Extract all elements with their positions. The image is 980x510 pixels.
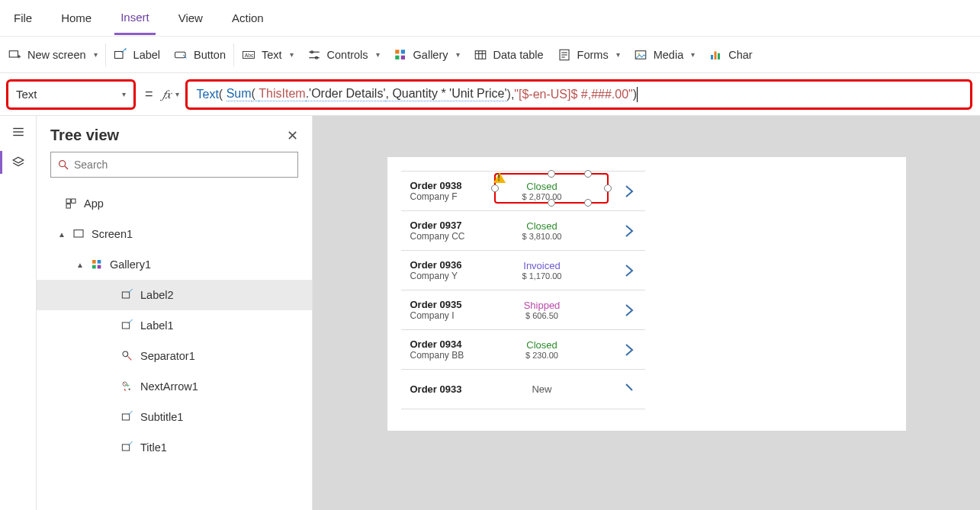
tree-node-screen[interactable]: ▲ Screen1 xyxy=(37,219,312,249)
menu-file[interactable]: File xyxy=(8,2,38,34)
insert-chart-button[interactable]: Char xyxy=(708,48,752,62)
svg-point-43 xyxy=(123,351,128,357)
next-arrow[interactable] xyxy=(592,303,639,318)
svg-rect-25 xyxy=(711,55,713,59)
tree-view-panel: Tree view ✕ App ▲ Screen1 ▲ Gal xyxy=(37,116,313,510)
tree-node-app[interactable]: App xyxy=(37,188,312,219)
svg-point-24 xyxy=(638,53,639,54)
expand-toggle-icon[interactable]: ▲ xyxy=(58,230,66,239)
chevron-right-icon xyxy=(624,382,635,397)
resize-handle[interactable] xyxy=(491,184,499,192)
next-arrow[interactable] xyxy=(592,263,639,278)
fx-button[interactable]: 𝑓𝑥▾ xyxy=(162,88,179,101)
insert-datatable-button[interactable]: Data table xyxy=(474,48,544,62)
tree-view-title: Tree view xyxy=(50,127,119,144)
tree-node-subtitle1[interactable]: Subtitle1 xyxy=(37,402,312,432)
insert-forms-button[interactable]: Forms ▾ xyxy=(557,48,620,62)
menu-bar: File Home Insert View Action xyxy=(0,0,980,37)
insert-datatable-label: Data table xyxy=(493,49,544,61)
tree-node-title1[interactable]: Title1 xyxy=(37,432,312,463)
chevron-down-icon: ▾ xyxy=(616,50,620,59)
svg-rect-40 xyxy=(98,265,101,269)
order-name: Order 0937 xyxy=(410,220,493,231)
menu-view[interactable]: View xyxy=(172,2,209,34)
next-arrow[interactable] xyxy=(592,223,639,239)
chevron-down-icon: ▾ xyxy=(691,50,695,59)
new-screen-button[interactable]: New screen ▾ xyxy=(8,48,98,62)
tree-node-nextarrow1[interactable]: NextArrow1 xyxy=(37,371,312,402)
tree-node-gallery[interactable]: ▲ Gallery1 xyxy=(37,249,312,280)
resize-handle[interactable] xyxy=(584,170,592,178)
chevron-right-icon xyxy=(624,223,635,239)
gallery-row[interactable]: Order 0933 New xyxy=(401,370,645,409)
order-price: $ 1,170.00 xyxy=(493,271,592,281)
company-name: Company I xyxy=(410,310,493,321)
tree-node-label: Title1 xyxy=(140,441,167,454)
tree-node-label2[interactable]: Label2 xyxy=(37,280,312,310)
control-icon xyxy=(120,349,134,363)
formula-bar: Text ▾ = 𝑓𝑥▾ Text( Sum( ThisItem .'Order… xyxy=(0,73,980,116)
chevron-down-icon: ▾ xyxy=(94,50,98,59)
chevron-down-icon: ▾ xyxy=(456,50,460,59)
property-selector[interactable]: Text ▾ xyxy=(6,79,136,110)
hamburger-icon[interactable] xyxy=(10,123,27,140)
insert-gallery-button[interactable]: Gallery ▾ xyxy=(394,48,460,62)
insert-text-button[interactable]: Abc Text ▾ xyxy=(242,48,294,62)
button-icon xyxy=(174,48,188,62)
resize-handle[interactable] xyxy=(584,199,592,207)
menu-home[interactable]: Home xyxy=(55,2,98,34)
insert-label-button[interactable]: Label xyxy=(114,48,160,62)
resize-handle[interactable] xyxy=(548,170,555,178)
menu-action[interactable]: Action xyxy=(226,2,270,34)
gallery-row[interactable]: Order 0935 Company I Shipped $ 606.50 xyxy=(401,290,645,330)
search-input[interactable] xyxy=(50,152,298,178)
svg-rect-0 xyxy=(9,50,18,56)
gallery-row[interactable]: Order 0936 Company Y Invoiced $ 1,170.00 xyxy=(401,251,645,290)
formula-input[interactable]: Text( Sum( ThisItem .'Order Details' , Q… xyxy=(185,79,972,110)
order-status: New xyxy=(493,383,592,395)
resize-handle[interactable] xyxy=(548,199,555,207)
expand-toggle-icon[interactable]: ▲ xyxy=(76,261,84,269)
svg-text:Abc: Abc xyxy=(245,53,254,58)
close-icon[interactable]: ✕ xyxy=(287,127,298,144)
svg-rect-34 xyxy=(72,199,76,203)
control-icon xyxy=(120,441,134,454)
control-icon xyxy=(120,380,134,393)
tree-node-separator1[interactable]: Separator1 xyxy=(37,341,312,371)
order-status: Closed xyxy=(493,339,592,351)
formula-fn-sum: Sum xyxy=(227,87,252,101)
insert-button-button[interactable]: Button xyxy=(174,48,226,62)
chevron-right-icon xyxy=(624,342,635,358)
search-field[interactable] xyxy=(74,159,291,171)
layers-icon[interactable] xyxy=(10,154,27,171)
menu-insert[interactable]: Insert xyxy=(114,2,156,35)
company-name: Company BB xyxy=(410,350,493,361)
selection-overlay[interactable] xyxy=(494,173,609,204)
insert-forms-label: Forms xyxy=(577,49,609,61)
gallery-row[interactable]: Order 0934 Company BB Closed $ 230.00 xyxy=(401,330,645,370)
company-name: Company Y xyxy=(410,271,493,281)
insert-controls-button[interactable]: Controls ▾ xyxy=(307,48,380,62)
search-icon xyxy=(57,159,69,171)
company-name: Company F xyxy=(410,191,493,202)
resize-handle[interactable] xyxy=(604,184,612,192)
svg-point-31 xyxy=(59,161,66,167)
svg-rect-33 xyxy=(66,199,70,203)
formula-format-string: "[$-en-US]$ #,###.00" xyxy=(514,88,632,101)
gallery-row[interactable]: Order 0937 Company CC Closed $ 3,810.00 xyxy=(401,211,645,251)
table-icon xyxy=(474,48,487,62)
tree-node-label1[interactable]: Label1 xyxy=(37,310,312,341)
svg-rect-37 xyxy=(92,260,96,264)
gallery-row[interactable]: Order 0938 Company F Closed $ 2,870.00 xyxy=(401,172,645,211)
form-icon xyxy=(557,48,571,62)
control-icon xyxy=(120,410,134,424)
insert-media-button[interactable]: Media ▾ xyxy=(634,48,696,62)
order-status: Closed xyxy=(493,220,592,232)
formula-orderdetails: .'Order Details' xyxy=(306,87,386,101)
next-arrow[interactable] xyxy=(592,342,639,358)
svg-rect-39 xyxy=(92,265,96,269)
svg-rect-35 xyxy=(66,204,70,208)
tree-node-label: Screen1 xyxy=(92,228,133,240)
next-arrow[interactable] xyxy=(592,382,639,397)
canvas[interactable]: Order 0938 Company F Closed $ 2,870.00 O… xyxy=(313,116,980,510)
